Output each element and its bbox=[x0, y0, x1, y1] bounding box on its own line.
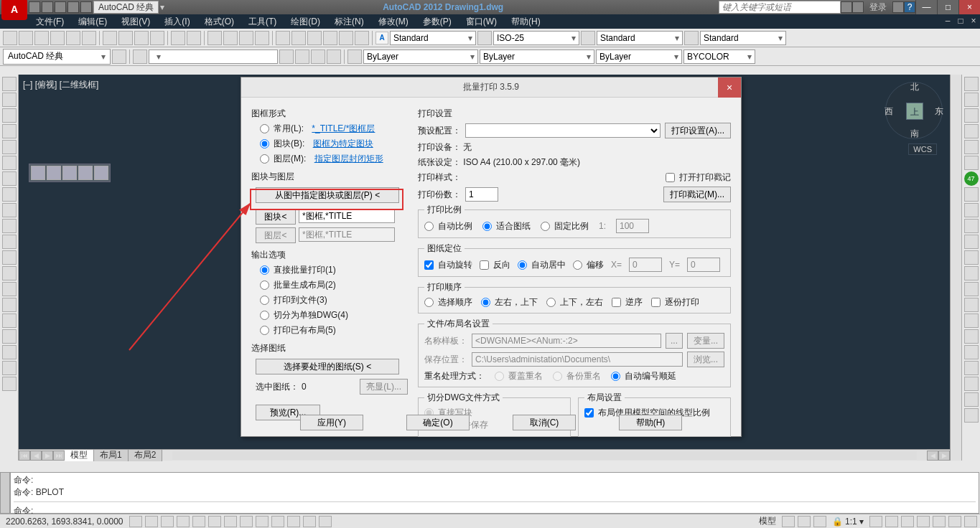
mod-dist-icon[interactable] bbox=[964, 361, 979, 375]
sb-sc-icon[interactable] bbox=[319, 516, 332, 527]
sb-clean-icon[interactable] bbox=[964, 516, 977, 527]
tool-revcloud-icon[interactable] bbox=[2, 187, 17, 202]
workspace-label[interactable]: AutoCAD 经典 bbox=[93, 1, 159, 14]
dup-autonum-radio[interactable]: 自动编号顺延 bbox=[611, 370, 676, 382]
menu-view[interactable]: 视图(V) bbox=[114, 14, 157, 29]
order-select-radio[interactable]: 选择顺序 bbox=[424, 296, 472, 308]
menu-format[interactable]: 格式(O) bbox=[197, 14, 241, 29]
tb-layermatch-icon[interactable] bbox=[311, 50, 325, 64]
tool-mtext-icon[interactable] bbox=[2, 361, 17, 375]
tab-model[interactable]: 模型 bbox=[65, 450, 94, 461]
mod-fillet-icon[interactable] bbox=[964, 314, 979, 328]
tb-save-icon[interactable] bbox=[34, 31, 49, 45]
tb-layeriso-icon[interactable] bbox=[279, 50, 294, 64]
mod-offset-icon[interactable] bbox=[964, 124, 979, 138]
tool-xline-icon[interactable] bbox=[2, 93, 17, 107]
tb-publish-icon[interactable] bbox=[82, 31, 96, 45]
layer-combo[interactable] bbox=[149, 50, 278, 64]
mod-area-icon[interactable] bbox=[964, 377, 979, 391]
search-icon[interactable] bbox=[841, 1, 852, 13]
tool-point-icon[interactable] bbox=[2, 282, 17, 296]
viewcube-n[interactable]: 北 bbox=[910, 81, 919, 93]
hscroll-right-icon[interactable]: ▶ bbox=[938, 451, 950, 461]
tb-ssm-icon[interactable] bbox=[323, 31, 337, 45]
apply-button[interactable]: 应用(Y) bbox=[300, 415, 363, 430]
viewcube-e[interactable]: 东 bbox=[935, 105, 943, 118]
menu-window[interactable]: 窗口(W) bbox=[459, 14, 504, 29]
order-lr-radio[interactable]: 左右，上下 bbox=[481, 296, 538, 308]
float-icon-5[interactable] bbox=[94, 166, 108, 180]
tb-layerstate-icon[interactable] bbox=[327, 50, 341, 64]
minimize-button[interactable]: — bbox=[915, 0, 937, 14]
tb-plot-icon[interactable] bbox=[50, 31, 65, 45]
frame-layer-link[interactable]: 指定图层封闭矩形 bbox=[314, 153, 383, 165]
tb-tp-icon[interactable] bbox=[307, 31, 322, 45]
viewcube-s[interactable]: 南 bbox=[910, 128, 919, 140]
block-pick-button[interactable]: 图块< bbox=[256, 209, 296, 225]
exchange-icon[interactable] bbox=[852, 1, 864, 13]
menu-dimension[interactable]: 标注(N) bbox=[327, 14, 371, 29]
tool-block-icon[interactable] bbox=[2, 266, 17, 280]
qat-saveas-icon[interactable] bbox=[42, 1, 53, 13]
tablestyle-combo[interactable]: Standard bbox=[597, 31, 683, 45]
plotcolor-combo[interactable]: BYCOLOR bbox=[683, 50, 755, 64]
viewcube-top[interactable]: 上 bbox=[906, 103, 923, 120]
tb-tablestyle-icon[interactable] bbox=[581, 31, 595, 45]
out-opt-split[interactable]: 切分为单独DWG(4) bbox=[260, 309, 408, 321]
tab-first-icon[interactable]: ⏮ bbox=[19, 451, 30, 461]
tool-circle-icon[interactable] bbox=[2, 171, 17, 186]
scale-fit-radio[interactable]: 适合图纸 bbox=[482, 220, 531, 232]
stamp-settings-button[interactable]: 打印戳记(M)... bbox=[663, 187, 731, 202]
tool-pline-icon[interactable] bbox=[2, 108, 17, 123]
mod-align-icon[interactable] bbox=[964, 345, 979, 359]
frame-opt-block[interactable]: 图块(B): 图框为特定图块 bbox=[260, 138, 408, 150]
qat-save-icon[interactable] bbox=[29, 1, 40, 13]
sb-toolbar-icon[interactable] bbox=[917, 516, 930, 527]
menu-param[interactable]: 参数(P) bbox=[416, 14, 459, 29]
frame-opt-layer[interactable]: 图层(M): 指定图层封闭矩形 bbox=[260, 153, 408, 165]
coords-label[interactable]: 2200.6263, 1693.8341, 0.0000 bbox=[3, 517, 126, 527]
scale-fix-radio[interactable]: 固定比例 bbox=[541, 220, 589, 232]
dialog-title-bar[interactable]: 批量打印 3.5.9 × bbox=[241, 77, 741, 98]
command-line[interactable]: 命令: 命令: BPLOT 命令: bbox=[10, 472, 979, 514]
mlstyle-combo[interactable]: Standard bbox=[700, 31, 786, 45]
out-opt-layouts[interactable]: 批量生成布局(2) bbox=[260, 279, 408, 291]
print-settings-button[interactable]: 打印设置(A)... bbox=[665, 123, 731, 138]
tb-new-icon[interactable] bbox=[3, 31, 17, 45]
tb-paste-icon[interactable] bbox=[134, 31, 149, 45]
sb-scale-label[interactable]: 🔒 1:1 ▾ bbox=[829, 517, 867, 527]
search-input[interactable] bbox=[719, 1, 841, 14]
sb-snap-icon[interactable] bbox=[129, 516, 142, 527]
h-scrollbar[interactable] bbox=[172, 451, 917, 460]
mod-chamfer-icon[interactable] bbox=[964, 298, 979, 312]
pick-block-layer-button[interactable]: 从图中指定图块或图层(P) < bbox=[256, 187, 399, 203]
tb-zoomwin-icon[interactable] bbox=[239, 31, 253, 45]
order-collate-chk[interactable]: 逐份打印 bbox=[651, 296, 699, 308]
maximize-button[interactable]: □ bbox=[937, 0, 958, 14]
mod-mirror-icon[interactable] bbox=[964, 108, 979, 123]
menu-tools[interactable]: 工具(T) bbox=[241, 14, 284, 29]
tb-mlstyle-icon[interactable] bbox=[684, 31, 699, 45]
v-scrollbar[interactable] bbox=[950, 75, 961, 461]
tb-undo-icon[interactable] bbox=[171, 31, 185, 45]
tb-textstyle-icon[interactable]: A bbox=[375, 32, 388, 44]
mod-break-icon[interactable] bbox=[964, 266, 979, 280]
sb-grid-icon[interactable] bbox=[145, 516, 158, 527]
pos-center-radio[interactable]: 自动居中 bbox=[518, 259, 566, 271]
menu-file[interactable]: 文件(F) bbox=[29, 14, 71, 29]
float-icon-4[interactable] bbox=[78, 166, 93, 180]
mod-rotate-icon[interactable] bbox=[964, 187, 979, 202]
tb-match-icon[interactable] bbox=[150, 31, 164, 45]
scale-auto-radio[interactable]: 自动比例 bbox=[424, 220, 472, 232]
help-icon[interactable]: ? bbox=[904, 1, 915, 13]
sb-otrack-icon[interactable] bbox=[224, 516, 237, 527]
tb-zoom-icon[interactable] bbox=[223, 31, 238, 45]
sb-tpy-icon[interactable] bbox=[287, 516, 300, 527]
mdi-close-button[interactable]: × bbox=[967, 16, 980, 27]
mdi-max-button[interactable]: □ bbox=[954, 16, 967, 27]
menu-help[interactable]: 帮助(H) bbox=[504, 14, 548, 29]
viewcube-w[interactable]: 西 bbox=[885, 105, 893, 118]
tab-layout1[interactable]: 布局1 bbox=[94, 450, 129, 461]
tool-ellipse-icon[interactable] bbox=[2, 219, 17, 233]
tb-zoomprev-icon[interactable] bbox=[255, 31, 269, 45]
